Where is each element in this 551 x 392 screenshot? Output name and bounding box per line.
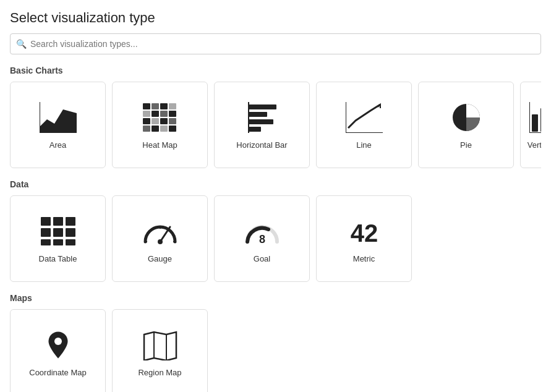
section-label-basic-charts: Basic Charts — [10, 66, 541, 75]
svg-rect-3 — [143, 103, 150, 109]
card-data-table[interactable]: Data Table — [10, 195, 106, 282]
svg-text:8: 8 — [258, 233, 265, 245]
svg-rect-34 — [53, 217, 63, 226]
maps-row: Coordinate Map Region Map — [10, 309, 541, 392]
card-label-horizontal-bar: Horizontal Bar — [236, 140, 287, 150]
search-container: 🔍 — [10, 33, 541, 54]
card-gauge[interactable]: Gauge — [112, 195, 208, 282]
card-area[interactable]: Area — [10, 82, 106, 168]
card-label-coordinate-map: Coordinate Map — [29, 368, 87, 377]
svg-rect-4 — [152, 103, 159, 109]
region-map-icon — [142, 330, 179, 360]
svg-rect-15 — [143, 126, 150, 132]
svg-rect-8 — [152, 111, 159, 117]
svg-rect-35 — [66, 217, 75, 226]
svg-point-43 — [158, 239, 163, 244]
section-maps: Maps Coordinate Map — [10, 293, 541, 392]
card-heat-map[interactable]: Heat Map — [112, 82, 208, 168]
svg-rect-23 — [249, 127, 261, 132]
card-label-metric: Metric — [353, 254, 375, 263]
area-icon — [40, 102, 77, 133]
card-goal[interactable]: 8 Goal — [214, 195, 310, 282]
svg-rect-13 — [160, 118, 168, 124]
pie-icon — [448, 102, 485, 133]
svg-rect-33 — [41, 217, 51, 226]
section-basic-charts: Basic Charts Area — [10, 66, 541, 168]
svg-rect-39 — [41, 239, 51, 245]
card-label-line: Line — [356, 140, 372, 150]
card-label-gauge: Gauge — [148, 254, 172, 263]
svg-rect-12 — [152, 118, 159, 124]
card-metric[interactable]: 42 Metric — [316, 195, 412, 282]
svg-rect-10 — [169, 111, 176, 117]
horizontal-bar-icon — [244, 102, 281, 133]
search-icon: 🔍 — [16, 39, 27, 49]
svg-marker-0 — [40, 109, 77, 133]
search-input[interactable] — [10, 33, 541, 54]
line-icon — [346, 102, 383, 133]
metric-icon: 42 — [346, 216, 383, 247]
card-label-heat-map: Heat Map — [142, 140, 177, 150]
card-horizontal-bar[interactable]: Horizontal Bar — [214, 82, 310, 168]
section-data: Data Data Table — [10, 179, 541, 282]
card-region-map[interactable]: Region Map — [112, 309, 208, 392]
svg-point-49 — [54, 337, 61, 344]
svg-rect-9 — [160, 111, 168, 117]
basic-charts-row: Area — [10, 82, 541, 168]
goal-icon: 8 — [244, 216, 281, 247]
data-table-icon — [40, 216, 77, 247]
svg-rect-17 — [160, 126, 168, 132]
card-label-goal: Goal — [254, 254, 270, 263]
card-label-vertical-bar: Vertical Bar — [528, 140, 541, 150]
svg-rect-18 — [169, 126, 176, 132]
card-coordinate-map[interactable]: Coordinate Map — [10, 309, 106, 392]
card-label-pie: Pie — [460, 140, 472, 150]
svg-rect-11 — [143, 118, 150, 124]
card-label-region-map: Region Map — [138, 368, 181, 377]
svg-rect-40 — [53, 239, 63, 245]
svg-rect-5 — [160, 103, 168, 109]
section-label-data: Data — [10, 179, 541, 189]
card-label-data-table: Data Table — [39, 254, 77, 263]
svg-rect-41 — [66, 239, 75, 245]
vertical-bar-icon — [529, 102, 541, 133]
svg-rect-37 — [53, 228, 63, 237]
heat-map-icon — [142, 102, 179, 133]
page-title: Select visualization type — [10, 10, 541, 26]
card-vertical-bar[interactable]: Vertical Bar — [520, 82, 541, 168]
card-label-area: Area — [49, 140, 66, 150]
svg-rect-7 — [143, 111, 150, 117]
svg-text:42: 42 — [350, 219, 378, 247]
gauge-icon — [142, 216, 179, 247]
card-pie[interactable]: Pie — [418, 82, 514, 168]
data-row: Data Table Gauge — [10, 195, 541, 282]
svg-rect-14 — [169, 118, 176, 124]
svg-rect-6 — [169, 103, 176, 109]
svg-rect-30 — [540, 108, 541, 132]
svg-rect-20 — [249, 104, 276, 109]
svg-rect-38 — [66, 228, 75, 237]
card-line[interactable]: Line — [316, 82, 412, 168]
svg-rect-21 — [249, 112, 267, 117]
svg-rect-36 — [41, 228, 51, 237]
svg-rect-16 — [152, 126, 159, 132]
section-label-maps: Maps — [10, 293, 541, 303]
svg-rect-22 — [249, 119, 273, 124]
svg-rect-29 — [532, 114, 538, 132]
coordinate-map-icon — [40, 330, 77, 360]
